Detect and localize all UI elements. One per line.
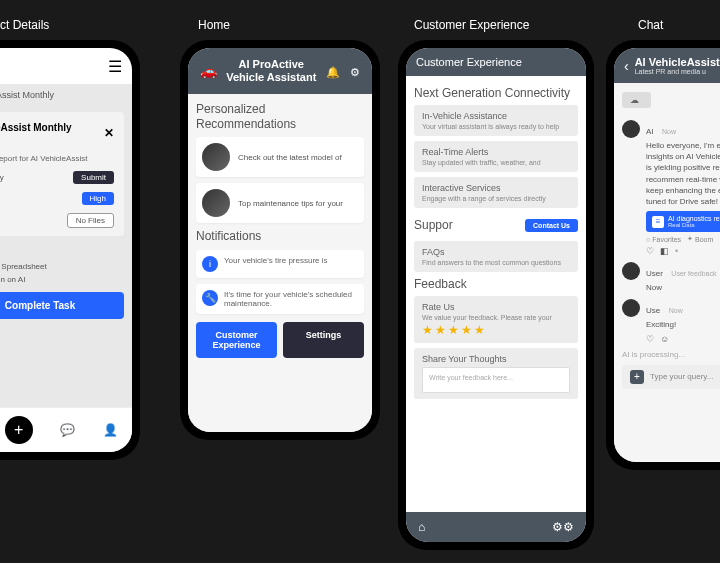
share-thoughts-card: Share Your Thoughts Write your feedback … [414,348,578,399]
customer-experience-button[interactable]: Customer Experience [196,322,277,358]
add-button[interactable]: + [5,416,33,444]
faq-card[interactable]: FAQs Find answers to the most common que… [414,241,578,272]
file-item[interactable]: Presentation on AI [0,273,132,286]
feedback-input[interactable]: Write your feedback here... [422,367,570,393]
cx-footer: ⌂ ⚙⚙ [406,512,586,542]
recommendation-item[interactable]: Check out the latest model of [196,137,364,177]
rec-image [202,143,230,171]
heart-icon[interactable]: ♡ [646,246,654,256]
attach-sub: Real Data [668,222,720,228]
chat-input[interactable]: Type your query... [650,372,713,381]
cx-card[interactable]: Real-Time Alerts Stay updated with traff… [414,141,578,172]
boom-label: ✦ Boom [687,235,713,243]
chat-subtitle: Latest PR and media u [635,68,720,75]
priority-pill[interactable]: High [82,192,114,205]
chat-input-bar: + Type your query... [622,365,720,389]
row-label: Data Entry [0,173,4,182]
feedback-header: Feedback [414,277,578,291]
files-pill[interactable]: No Files [67,213,114,228]
cloud-icon: ☁ [630,95,639,105]
notification-item[interactable]: 🔧 It's time for your vehicle's scheduled… [196,284,364,314]
cx-card[interactable]: In-Vehicle Assistance Your virtual assis… [414,105,578,136]
card-sub: We value your feedback. Please rate your [422,314,570,321]
recommendations-header: Personalized Recommendations [196,102,364,131]
attachment[interactable]: ≡ AI diagnostics repor Real Data [646,211,720,232]
bell-icon[interactable]: 🔔 [326,66,340,78]
label-chat: Chat [638,18,663,32]
file-item[interactable]: Sales Data Spreadsheet [0,260,132,273]
back-icon[interactable]: ‹ [624,58,629,74]
card-sub: Find answers to the most common question… [422,259,570,266]
bottom-nav: 🔍 + 💬 👤 [0,407,132,452]
row-data-entry: Data Entry Submit [0,167,118,188]
settings-button[interactable]: Settings [283,322,364,358]
contact-us-button[interactable]: Contact Us [525,219,578,232]
attach-title: AI diagnostics repor [668,215,720,222]
card-title: Rate Us [422,302,570,312]
card-title: Share Your Thoughts [422,354,570,364]
card-sub: Stay updated with traffic, weather, and [422,159,570,166]
notifications-header: Notifications [196,229,364,243]
card-sub: Engage with a range of services directly [422,195,570,202]
app-title: AI ProActive Vehicle Assistant [223,58,320,84]
wrench-icon: 🔧 [202,290,218,306]
rate-card[interactable]: Rate Us We value your feedback. Please r… [414,296,578,343]
user-name: AI [0,60,108,72]
recommendation-item[interactable]: Top maintenance tips for your [196,183,364,223]
files-header: d Files [0,242,132,260]
msg-author: Use [646,306,660,315]
submit-pill[interactable]: Submit [73,171,114,184]
heart-icon[interactable]: ♡ [646,334,654,344]
card-sub: Your virtual assistant is always ready t… [422,123,570,130]
bookmark-icon[interactable]: ◧ [660,246,669,256]
tab-monthly[interactable]: AI VehicleAssist Monthly [0,84,132,106]
avatar[interactable] [622,120,640,138]
chat-icon[interactable]: 💬 [60,423,75,437]
notif-text: It's time for your vehicle's scheduled m… [224,290,358,308]
processing-text: AI is processing... [622,350,720,359]
complete-task-button[interactable]: Complete Task [0,292,124,319]
msg-text: Exciting! [646,319,720,330]
chat-title: AI VehicleAssist I [635,56,720,68]
msg-time: Now [662,128,676,135]
label-cx: Customer Experience [414,18,529,32]
phone-chat: ‹ AI VehicleAssist I Latest PR and media… [606,40,720,470]
rating-stars[interactable]: ★★★★★ [422,323,570,337]
msg-time: User feedback [671,270,716,277]
close-icon[interactable]: ✕ [104,126,114,140]
row-urgent: Urgent High [0,188,118,209]
menu-icon[interactable]: ☰ [108,57,122,76]
file-icon: ≡ [652,216,664,228]
date-chip: ☁ [622,92,651,108]
app-header: 🚗 AI ProActive Vehicle Assistant 🔔 ⚙ [188,48,372,94]
card-title: Real-Time Alerts [422,147,570,157]
gears-icon[interactable]: ⚙⚙ [552,520,574,534]
attach-button[interactable]: + [630,370,644,384]
emoji-icon[interactable]: ☺ [660,334,669,344]
message: User User feedback Now [622,262,720,293]
report-title: VehicleAssist Monthly Report [0,122,104,144]
rec-text: Top maintenance tips for your [238,199,343,208]
card-title: In-Vehicle Assistance [422,111,570,121]
avatar[interactable] [622,299,640,317]
row-due-date: Due Date No Files [0,209,118,232]
rec-image [202,189,230,217]
notif-text: Your vehicle's tire pressure is [224,256,328,265]
profile-icon[interactable]: 👤 [103,423,118,437]
phone-cx: Customer Experience Next Generation Conn… [398,40,594,550]
cx-card[interactable]: Interactive Services Engage with a range… [414,177,578,208]
reactions: ○ Favorites ✦ Boom [646,235,720,243]
avatar[interactable] [622,262,640,280]
cx-header: Customer Experience [406,48,586,76]
card-title: FAQs [422,247,570,257]
home-icon[interactable]: ⌂ [418,520,425,534]
car-icon: 🚗 [200,63,217,79]
connectivity-header: Next Generation Connectivity [414,86,578,100]
msg-time: Now [669,307,683,314]
report-subtitle: monthly report for AI VehicleAssist [0,150,118,167]
fav-label: ○ Favorites [646,236,681,243]
notification-item[interactable]: i Your vehicle's tire pressure is [196,250,364,278]
message: Use Now Exciting! ♡ ☺ [622,299,720,343]
chat-header: ‹ AI VehicleAssist I Latest PR and media… [614,48,720,83]
gear-icon[interactable]: ⚙ [350,66,360,78]
